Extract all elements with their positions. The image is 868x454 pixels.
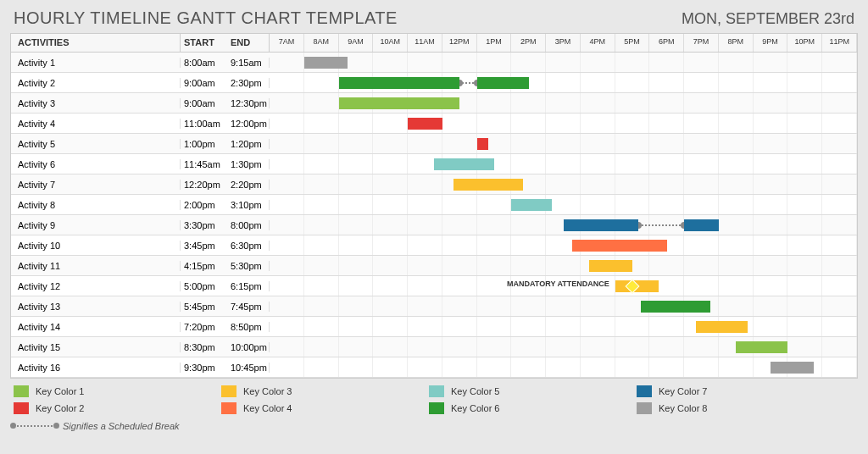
gantt-row: Activity 8 2:00pm 3:10pm [11,195,857,215]
gantt-row: Activity 12 5:00pm 6:15pm MANDATORY ATTE… [11,276,857,296]
gantt-bar [564,219,638,231]
activity-name: Activity 10 [11,241,181,251]
hour-col: 12PM [442,34,477,52]
legend-item: Key Color 1 [14,385,221,397]
gantt-bar [477,77,529,89]
activity-name: Activity 2 [11,78,181,88]
col-header-start: START [181,34,227,52]
gantt-bar [339,77,460,89]
gantt-grid: ACTIVITIES START END 7AM8AM9AM10AM11AM12… [10,33,858,379]
break-line-icon [14,425,56,427]
legend-label: Key Color 7 [659,386,707,396]
legend-swatch [637,402,652,414]
activity-name: Activity 6 [11,159,181,169]
page-title: HOURLY TIMELINE GANTT CHART TEMPLATE [14,8,398,28]
activity-name: Activity 1 [11,58,181,68]
activity-name: Activity 7 [11,180,181,190]
bar-track [270,174,857,194]
start-time: 3:30pm [181,220,227,230]
legend-swatch [637,385,652,397]
bar-track [270,235,857,255]
bar-track [270,134,857,153]
bar-track: MANDATORY ATTENDANCE [270,276,857,296]
gantt-row: Activity 9 3:30pm 8:00pm [11,215,857,235]
gantt-bar [477,138,488,150]
hour-col: 7AM [270,34,304,52]
start-time: 4:15pm [181,261,227,271]
end-time: 3:10pm [227,200,270,210]
bar-track [270,73,857,92]
hour-col: 11PM [822,34,857,52]
gantt-row: Activity 11 4:15pm 5:30pm [11,256,857,276]
hour-col: 1PM [477,34,512,52]
start-time: 8:30pm [181,342,227,352]
bar-track [270,317,857,336]
legend-swatch [429,385,444,397]
legend-break: Signifies a Scheduled Break [14,419,854,431]
end-time: 10:00pm [227,342,270,352]
start-time: 3:45pm [181,241,227,251]
end-time: 12:00pm [227,119,270,129]
activity-name: Activity 5 [11,139,181,149]
bar-track [270,256,857,275]
legend-item: Key Color 8 [637,402,844,414]
annotation-label: MANDATORY ATTENDANCE [507,280,609,288]
start-time: 11:45am [181,159,227,169]
end-time: 6:15pm [227,281,270,291]
bar-track [270,195,857,214]
gantt-row: Activity 1 8:00am 9:15am [11,53,857,73]
gantt-bar [339,97,460,109]
activity-name: Activity 8 [11,200,181,210]
start-time: 9:00am [181,98,227,108]
header: HOURLY TIMELINE GANTT CHART TEMPLATE MON… [10,7,858,33]
end-time: 6:30pm [227,241,270,251]
legend-row: Key Color 2Key Color 4Key Color 6Key Col… [14,402,854,414]
gantt-bar [572,240,667,252]
gantt-bar [408,118,442,130]
gantt-row: Activity 15 8:30pm 10:00pm [11,337,857,357]
legend-break-label: Signifies a Scheduled Break [63,421,180,431]
hour-col: 9PM [754,34,788,52]
activity-name: Activity 13 [11,302,181,312]
legend: Key Color 1Key Color 3Key Color 5Key Col… [10,379,858,435]
activity-name: Activity 16 [11,363,181,373]
legend-swatch [14,385,29,397]
gantt-bar [453,179,523,191]
bar-track [270,296,857,316]
legend-label: Key Color 5 [451,386,499,396]
legend-label: Key Color 6 [451,403,499,413]
hour-col: 8PM [719,34,754,52]
legend-item: Key Color 5 [429,385,637,397]
start-time: 1:00pm [181,139,227,149]
end-time: 8:00pm [227,220,270,230]
gantt-bar [589,260,632,272]
bar-track [270,53,857,72]
gantt-bar [736,341,787,353]
activity-name: Activity 4 [11,119,181,129]
end-time: 12:30pm [227,98,270,108]
bar-track [270,215,857,235]
date-label: MON, SEPTEMBER 23rd [682,10,854,28]
legend-item: Key Color 2 [14,402,221,414]
start-time: 11:00am [181,119,227,129]
legend-row: Key Color 1Key Color 3Key Color 5Key Col… [14,385,854,397]
gantt-row: Activity 3 9:00am 12:30pm [11,93,857,114]
gantt-row: Activity 2 9:00am 2:30pm [11,73,857,93]
end-time: 2:20pm [227,180,270,190]
start-time: 2:00pm [181,200,227,210]
legend-item: Key Color 4 [221,402,429,414]
start-time: 9:00am [181,78,227,88]
hour-col: 5PM [615,34,650,52]
bar-track [270,154,857,174]
end-time: 10:45pm [227,363,270,373]
activity-name: Activity 15 [11,342,181,352]
legend-swatch [221,385,236,397]
gantt-bar [684,219,719,231]
legend-swatch [429,402,444,414]
activity-name: Activity 3 [11,98,181,108]
gantt-row: Activity 16 9:30pm 10:45pm [11,357,857,378]
end-time: 1:30pm [227,159,270,169]
col-header-end: END [227,34,270,52]
bar-track [270,114,857,133]
hour-col: 6PM [649,34,684,52]
